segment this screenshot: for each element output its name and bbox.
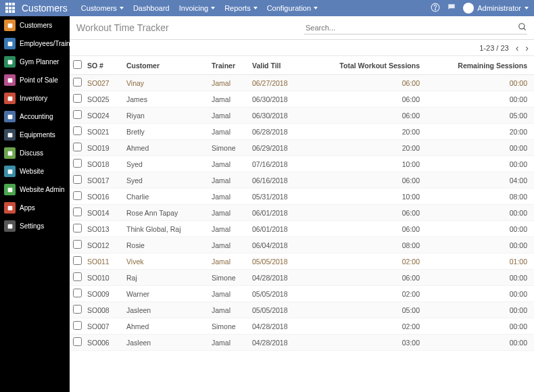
cell-valid: 06/16/2018 <box>249 172 314 189</box>
cell-trainer: Jamal <box>209 335 249 351</box>
col-customer[interactable]: Customer <box>124 56 209 75</box>
chat-icon[interactable] <box>447 3 456 14</box>
col-so[interactable]: SO # <box>84 56 124 75</box>
col-trainer[interactable]: Trainer <box>209 56 249 75</box>
app-icon <box>4 129 16 141</box>
cell-total: 02:00 <box>314 253 422 270</box>
cell-valid: 04/28/2018 <box>249 335 314 351</box>
sidebar-item-point-of-sale[interactable]: Point of Sale <box>0 71 70 89</box>
cell-valid: 06/04/2018 <box>249 237 314 253</box>
svg-rect-4 <box>7 59 12 64</box>
table-row[interactable]: SO014Rose Ann TapayJamal06/01/201806:000… <box>70 205 534 221</box>
sidebar-item-equipments[interactable]: Equipments <box>0 126 70 144</box>
cell-customer: Raj <box>124 270 209 286</box>
sidebar-item-label: Website <box>20 168 44 175</box>
table-row[interactable]: SO025JamesJamal06/30/201806:0000:00 <box>70 91 534 107</box>
table-row[interactable]: SO018SyedJamal07/16/201810:0000:00 <box>70 156 534 172</box>
sidebar-item-label: Employees/Trainer <box>20 40 70 47</box>
table-row[interactable]: SO012RosieJamal06/04/201808:0000:00 <box>70 237 534 253</box>
user-menu[interactable]: Administrator <box>463 3 529 14</box>
cell-so: SO014 <box>84 205 124 221</box>
app-icon <box>4 184 16 195</box>
row-checkbox[interactable] <box>73 321 82 330</box>
table-row[interactable]: SO016CharlieJamal05/31/201810:0008:00 <box>70 189 534 205</box>
cell-customer: Rosie <box>124 237 209 253</box>
help-icon[interactable] <box>431 3 440 14</box>
topnav-reports[interactable]: Reports <box>224 4 258 12</box>
row-checkbox[interactable] <box>73 272 82 281</box>
cell-total: 06:00 <box>314 75 422 91</box>
table-row[interactable]: SO021BretlyJamal06/28/201820:0020:00 <box>70 124 534 140</box>
cell-trainer: Jamal <box>209 107 249 124</box>
topnav: CustomersDashboardInvoicingReportsConfig… <box>81 4 318 12</box>
table-row[interactable]: SO017SyedJamal06/16/201806:0004:00 <box>70 172 534 189</box>
pager-next[interactable]: › <box>525 43 529 53</box>
row-checkbox[interactable] <box>73 191 82 200</box>
sidebar-item-discuss[interactable]: Discuss <box>0 144 70 162</box>
table-row[interactable]: SO009WarnerJamal05/05/201802:0000:00 <box>70 286 534 302</box>
topnav-invoicing[interactable]: Invoicing <box>179 4 215 12</box>
row-checkbox[interactable] <box>73 289 82 297</box>
table-row[interactable]: SO008JasleenJamal05/05/201805:0000:00 <box>70 302 534 318</box>
table-row[interactable]: SO006JasleenJamal04/28/201803:0000:00 <box>70 335 534 351</box>
sidebar-item-website[interactable]: Website <box>0 162 70 180</box>
cell-so: SO007 <box>84 318 124 335</box>
search-input[interactable] <box>304 22 527 34</box>
row-checkbox[interactable] <box>73 159 82 168</box>
app-icon <box>4 220 16 232</box>
row-checkbox[interactable] <box>73 256 82 265</box>
row-checkbox[interactable] <box>73 143 82 151</box>
table-row[interactable]: SO019AhmedSimone06/29/201820:0000:00 <box>70 140 534 156</box>
row-checkbox[interactable] <box>73 78 82 87</box>
table-row[interactable]: SO011VivekJamal05/05/201802:0001:00 <box>70 253 534 270</box>
cell-so: SO021 <box>84 124 124 140</box>
row-checkbox[interactable] <box>73 240 82 249</box>
sidebar-item-apps[interactable]: Apps <box>0 199 70 217</box>
table-row[interactable]: SO024RiyanJamal06/30/201806:0005:00 <box>70 107 534 124</box>
topnav-configuration[interactable]: Configuration <box>267 4 318 12</box>
row-checkbox[interactable] <box>73 94 82 103</box>
cell-so: SO017 <box>84 172 124 189</box>
topnav-dashboard[interactable]: Dashboard <box>133 4 170 12</box>
sidebar-item-settings[interactable]: Settings <box>0 217 70 235</box>
row-checkbox[interactable] <box>73 337 82 346</box>
cell-so: SO008 <box>84 302 124 318</box>
table-row[interactable]: SO013Think Global, RajJamal06/01/201806:… <box>70 221 534 237</box>
sidebar-item-customers[interactable]: Customers <box>0 16 70 34</box>
cell-remaining: 00:00 <box>422 237 534 253</box>
svg-rect-11 <box>7 187 12 192</box>
row-checkbox[interactable] <box>73 224 82 232</box>
search-icon[interactable] <box>518 22 527 33</box>
cell-customer: Jasleen <box>124 335 209 351</box>
row-checkbox[interactable] <box>73 305 82 314</box>
cell-customer: Ahmed <box>124 140 209 156</box>
sidebar-item-inventory[interactable]: Inventory <box>0 89 70 107</box>
row-checkbox[interactable] <box>73 110 82 119</box>
col-valid[interactable]: Valid Till <box>249 56 314 75</box>
sidebar-item-gym-planner[interactable]: Gym Planner <box>0 53 70 71</box>
app-icon <box>4 166 16 177</box>
select-all-checkbox[interactable] <box>73 60 82 69</box>
table-row[interactable]: SO010RajSimone04/28/201806:0000:00 <box>70 270 534 286</box>
pager-prev[interactable]: ‹ <box>516 43 519 53</box>
sidebar-item-label: Accounting <box>20 113 53 120</box>
col-total[interactable]: Total Workout Sessions <box>314 56 422 75</box>
cell-trainer: Jamal <box>209 253 249 270</box>
table-row[interactable]: SO007AhmedSimone04/28/201802:0000:00 <box>70 318 534 335</box>
row-checkbox[interactable] <box>73 207 82 216</box>
sidebar-item-website-admin[interactable]: Website Admin <box>0 180 70 199</box>
sidebar-item-accounting[interactable]: Accounting <box>0 107 70 126</box>
row-checkbox[interactable] <box>73 175 82 184</box>
table-row[interactable]: SO027VinayJamal06/27/201806:0000:00 <box>70 75 534 91</box>
cell-trainer: Jamal <box>209 172 249 189</box>
col-remaining[interactable]: Remaining Sessions <box>422 56 534 75</box>
apps-icon[interactable] <box>5 3 16 14</box>
row-checkbox[interactable] <box>73 126 82 135</box>
sidebar-item-employees-trainer[interactable]: Employees/Trainer <box>0 34 70 53</box>
topnav-customers[interactable]: Customers <box>81 4 124 12</box>
sidebar-item-label: Discuss <box>20 149 43 157</box>
cell-trainer: Simone <box>209 318 249 335</box>
app-icon <box>4 20 16 31</box>
cell-remaining: 00:00 <box>422 302 534 318</box>
cell-remaining: 00:00 <box>422 205 534 221</box>
